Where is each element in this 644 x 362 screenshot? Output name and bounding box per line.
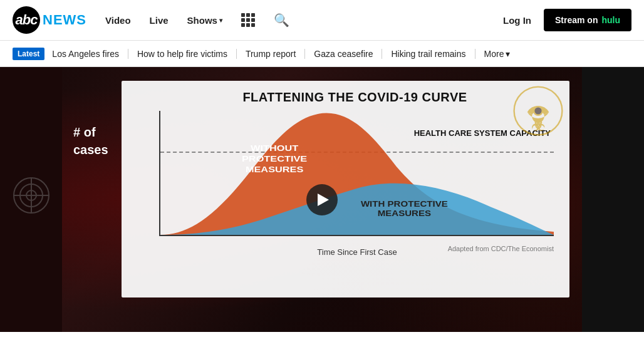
- chart-credit: Adapted from CDC/The Economist: [448, 245, 554, 252]
- ticker-more-button[interactable]: More ▾: [475, 49, 511, 59]
- shows-arrow-icon: ▾: [219, 17, 222, 24]
- ticker-item-trump[interactable]: Trump report: [237, 49, 305, 59]
- svg-text:PROTECTIVE: PROTECTIVE: [242, 155, 307, 163]
- side-panel: [0, 67, 62, 332]
- nav-video[interactable]: Video: [105, 15, 131, 26]
- video-player[interactable]: # ofcases ☣ FLATTENING THE COVID-19 CURV…: [62, 67, 582, 332]
- breaking-news-ticker: Latest Los Angeles fires How to help fir…: [0, 41, 644, 67]
- svg-point-7: [534, 107, 541, 114]
- logo-abc-text: abc: [16, 12, 38, 28]
- login-button[interactable]: Log In: [503, 15, 531, 26]
- main-content: # ofcases ☣ FLATTENING THE COVID-19 CURV…: [0, 67, 644, 332]
- main-nav: Video Live Shows ▾ 🔍: [105, 13, 503, 28]
- svg-text:☣: ☣: [531, 117, 545, 134]
- play-icon: [318, 194, 329, 206]
- chart-svg: WITHOUT PROTECTIVE MEASURES WITH PROTECT…: [160, 111, 554, 235]
- svg-text:WITH PROTECTIVE: WITH PROTECTIVE: [361, 200, 448, 209]
- svg-text:MEASURES: MEASURES: [246, 165, 304, 174]
- search-icon[interactable]: 🔍: [274, 13, 289, 28]
- svg-text:MEASURES: MEASURES: [378, 210, 431, 218]
- play-button[interactable]: [306, 184, 338, 215]
- biohazard-icon: ☣: [513, 86, 563, 138]
- grid-menu-icon[interactable]: [241, 13, 255, 27]
- more-arrow-icon: ▾: [506, 49, 510, 59]
- logo-news-text: NEWS: [43, 12, 86, 28]
- nav-shows[interactable]: Shows ▾: [187, 15, 222, 26]
- chart-container: FLATTENING THE COVID-19 CURVE HEALTH CAR…: [122, 81, 569, 297]
- ticker-item-la-fires[interactable]: Los Angeles fires: [52, 49, 128, 59]
- ticker-item-hiking[interactable]: Hiking trail remains: [382, 49, 475, 59]
- svg-text:WITHOUT: WITHOUT: [251, 144, 298, 153]
- chart-title: FLATTENING THE COVID-19 CURVE: [156, 90, 554, 105]
- ticker-items-list: Los Angeles fires How to help fire victi…: [52, 49, 631, 59]
- site-header: abc NEWS Video Live Shows ▾ 🔍 Log In Str…: [0, 0, 644, 41]
- nav-live[interactable]: Live: [150, 15, 169, 26]
- latest-badge: Latest: [13, 48, 44, 60]
- hulu-text: hulu: [601, 15, 620, 25]
- side-text: [13, 177, 50, 223]
- logo[interactable]: abc NEWS: [13, 6, 86, 34]
- logo-circle: abc: [13, 6, 40, 34]
- header-right-actions: Log In Stream on hulu: [503, 9, 631, 31]
- stream-on-hulu-button[interactable]: Stream on hulu: [544, 9, 631, 31]
- ticker-item-gaza[interactable]: Gaza ceasefire: [305, 49, 382, 59]
- ticker-item-fire-victims[interactable]: How to help fire victims: [128, 49, 237, 59]
- chart-plot: HEALTH CARE SYSTEM CAPACITY WITHOUT PROT…: [159, 111, 554, 236]
- hash-cases-label: # ofcases: [73, 123, 108, 158]
